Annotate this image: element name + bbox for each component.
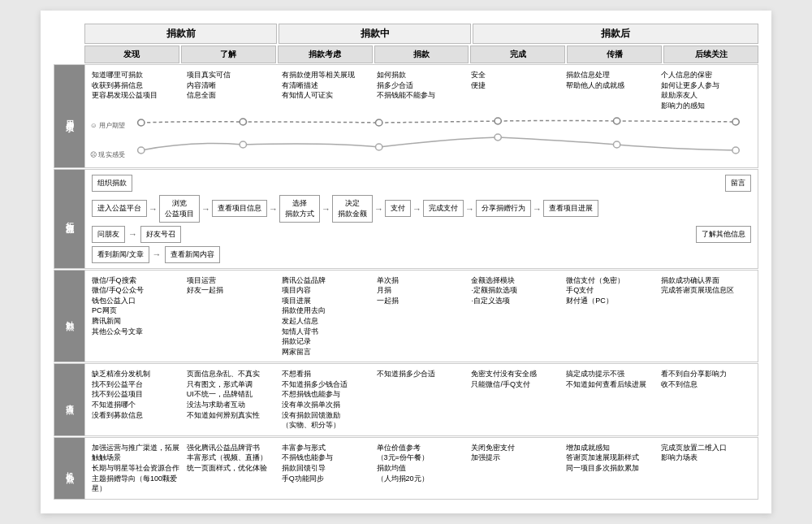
arrow-9: → <box>128 229 137 239</box>
svg-point-9 <box>240 141 246 148</box>
touchpoints-section: 触点 微信/手Q搜索 微信/手Q公众号 钱包公益入口 PC网页 腾讯新闻 其他公… <box>54 270 758 363</box>
behavior-flow-content: 组织捐款 留言 进入公益平台 → 浏览公益项目 → 查看项目信息 → 选择捐款方… <box>85 170 758 268</box>
flow-view-news: 查看新闻内容 <box>165 246 220 263</box>
pp-6: 看不到自分享影响力 收不到信息 <box>659 367 753 432</box>
pain-points-section: 痛点 缺乏精准分发机制 找不到公益平台 找不到公益项目 不知道捐哪个 没看到募款… <box>54 363 758 436</box>
svg-point-11 <box>495 134 501 141</box>
sub-phase-0: 发现 <box>84 45 179 63</box>
arrow-2: → <box>201 204 210 214</box>
needs-6: 个人信息的保密 如何让更多人参与 鼓励亲友人 影响力的感知 <box>659 68 753 112</box>
needs-3: 如何捐款 捐多少合适 不捐钱能不能参与 <box>375 68 469 112</box>
behavior-flow-label: 行为流程 <box>54 170 85 268</box>
arrow-7: → <box>465 204 474 214</box>
arrow-5: → <box>374 204 383 214</box>
needs-4: 安全 便捷 <box>469 68 563 112</box>
opp-5: 增加成就感知 答谢页加速展现新样式 同一项目多次捐款累加 <box>564 441 658 496</box>
arrow-8: → <box>533 204 542 214</box>
pp-2: 不想看捐 不知道捐多少钱合适 不想捐钱也能参与 没有单次捐单次捐 没有捐款回馈激… <box>280 367 374 432</box>
tp-0: 微信/手Q搜索 微信/手Q公众号 钱包公益入口 PC网页 腾讯新闻 其他公众号文… <box>90 274 184 359</box>
user-needs-content: 知道哪里可捐款 收获到募捐信息 更容易发现公益项目 项目真实可信 内容清晰 信息… <box>85 65 758 167</box>
flow-complete: 完成支付 <box>423 200 464 217</box>
touchpoints-label: 触点 <box>54 271 85 362</box>
sub-phase-6: 后续关注 <box>663 45 758 63</box>
flow-enter: 进入公益平台 <box>92 200 147 217</box>
sub-phase-2: 捐款考虑 <box>278 45 373 63</box>
phase-pre: 捐款前 <box>84 24 277 44</box>
needs-5: 捐款信息处理 帮助他人的成就感 <box>564 68 658 112</box>
tp-5: 微信支付（免密） 手Q支付 财付通（PC） <box>564 274 658 359</box>
pp-5: 搞定成功提示不强 不知道如何查看后续进展 <box>564 367 658 432</box>
svg-text:☺ 用户期望: ☺ 用户期望 <box>90 122 126 129</box>
sub-phase-3: 捐款 <box>374 45 469 63</box>
flow-share: 分享捐赠行为 <box>476 200 531 217</box>
flow-decide: 决定捐款金额 <box>332 195 373 223</box>
arrow-1: → <box>149 204 158 214</box>
svg-point-13 <box>732 147 739 154</box>
flow-view-progress: 查看项目进展 <box>543 200 598 217</box>
arrow-10: → <box>153 249 162 259</box>
arrow-4: → <box>322 204 330 214</box>
sub-phase-5: 传播 <box>567 45 662 63</box>
pp-3: 不知道捐多少合适 <box>375 367 469 432</box>
flow-view-info: 查看项目信息 <box>212 200 267 217</box>
opportunities-label: 机会点 <box>54 438 85 499</box>
pp-4: 免密支付没有安全感 只能微信/手Q支付 <box>469 367 563 432</box>
arrow-6: → <box>412 204 421 214</box>
svg-point-12 <box>613 141 620 148</box>
pp-1: 页面信息杂乱、不真实 只有图文，形式单调 UI不统一，品牌错乱 没法与求助者互动… <box>185 367 279 432</box>
user-needs-section: 用户需求 知道哪里可捐款 收获到募捐信息 更容易发现公益项目 项目真实可信 内容… <box>54 64 758 167</box>
pain-points-content: 缺乏精准分发机制 找不到公益平台 找不到公益项目 不知道捐哪个 没看到募款信息 … <box>85 364 758 435</box>
flow-select-method: 选择捐款方式 <box>279 195 320 223</box>
svg-point-7 <box>732 119 739 125</box>
header-section: 捐款前 捐款中 捐款后 发现 了解 捐款考虑 捐款 完成 传播 后续关注 <box>54 24 758 63</box>
opp-3: 单位价值参考 （3元=份午餐） 捐款均值 （人均捐20元） <box>375 441 469 496</box>
opp-4: 关闭免密支付 加强提示 <box>469 441 563 496</box>
svg-point-10 <box>376 144 382 150</box>
svg-point-3 <box>240 119 246 125</box>
tp-6: 捐款成功确认界面 完成答谢页展现信息区 <box>659 274 753 359</box>
svg-point-2 <box>138 119 145 126</box>
tp-4: 金额选择模块 ·定额捐款选项 ·自定义选项 <box>469 274 563 359</box>
flow-organize: 组织捐款 <box>92 175 132 192</box>
tp-1: 项目运营 好友一起捐 <box>185 274 279 359</box>
pain-points-label: 痛点 <box>54 364 85 435</box>
tp-2: 腾讯公益品牌 项目内容 项目进展 捐款使用去向 发起人信息 知情人背书 捐款记录… <box>280 274 374 359</box>
sub-phase-1: 了解 <box>181 45 276 63</box>
flow-friend-call: 好友号召 <box>140 226 181 243</box>
needs-1: 项目真实可信 内容清晰 信息全面 <box>185 68 279 112</box>
pp-0: 缺乏精准分发机制 找不到公益平台 找不到公益项目 不知道捐哪个 没看到募款信息 <box>90 367 184 432</box>
page-container: 捐款前 捐款中 捐款后 发现 了解 捐款考虑 捐款 完成 传播 后续关注 用户需… <box>41 11 771 513</box>
emotion-chart: ☺ 用户期望 ☹ 现实感受 <box>90 116 753 161</box>
touchpoints-content: 微信/手Q搜索 微信/手Q公众号 钱包公益入口 PC网页 腾讯新闻 其他公众号文… <box>85 271 758 362</box>
svg-point-5 <box>495 118 501 124</box>
svg-point-4 <box>376 119 382 126</box>
svg-point-8 <box>138 147 145 154</box>
flow-liuyan: 留言 <box>725 175 751 192</box>
flow-browse: 浏览公益项目 <box>159 195 200 223</box>
flow-ask-friend: 问朋友 <box>92 226 125 243</box>
needs-2: 有捐款使用等相关展现 有清晰描述 有知情人可证实 <box>280 68 374 112</box>
flow-pay: 支付 <box>385 200 411 217</box>
opp-6: 完成页放置二维入口 影响力场表 <box>659 441 753 496</box>
needs-0: 知道哪里可捐款 收获到募捐信息 更容易发现公益项目 <box>90 68 184 112</box>
flow-other-info: 了解其他信息 <box>696 226 751 243</box>
svg-text:☹ 现实感受: ☹ 现实感受 <box>90 151 125 158</box>
opportunities-content: 加强运营与推广渠道，拓展触触场景 长期与明星等社会资源合作 主题捐赠导向（每10… <box>85 438 758 499</box>
tp-3: 单次捐 月捐 一起捐 <box>375 274 469 359</box>
phase-post: 捐款后 <box>473 24 758 44</box>
sub-phase-row: 发现 了解 捐款考虑 捐款 完成 传播 后续关注 <box>84 45 758 63</box>
flow-see-news: 看到新闻/文章 <box>92 246 149 263</box>
opp-0: 加强运营与推广渠道，拓展触触场景 长期与明星等社会资源合作 主题捐赠导向（每10… <box>90 441 184 496</box>
user-needs-label: 用户需求 <box>54 65 85 167</box>
opp-2: 丰富参与形式 不捐钱也能参与 捐款回馈引导 手Q功能同步 <box>280 441 374 496</box>
behavior-flow-section: 行为流程 组织捐款 留言 进入公益平台 → 浏览公益项目 → 查看项目信息 → <box>54 169 758 269</box>
svg-point-6 <box>613 118 620 124</box>
opp-1: 强化腾讯公益品牌背书 丰富形式（视频、直播） 统一页面样式，优化体验 <box>185 441 279 496</box>
arrow-3: → <box>269 204 278 214</box>
opportunities-section: 机会点 加强运营与推广渠道，拓展触触场景 长期与明星等社会资源合作 主题捐赠导向… <box>54 437 758 500</box>
phase-during: 捐款中 <box>279 24 471 44</box>
sub-phase-4: 完成 <box>470 45 565 63</box>
